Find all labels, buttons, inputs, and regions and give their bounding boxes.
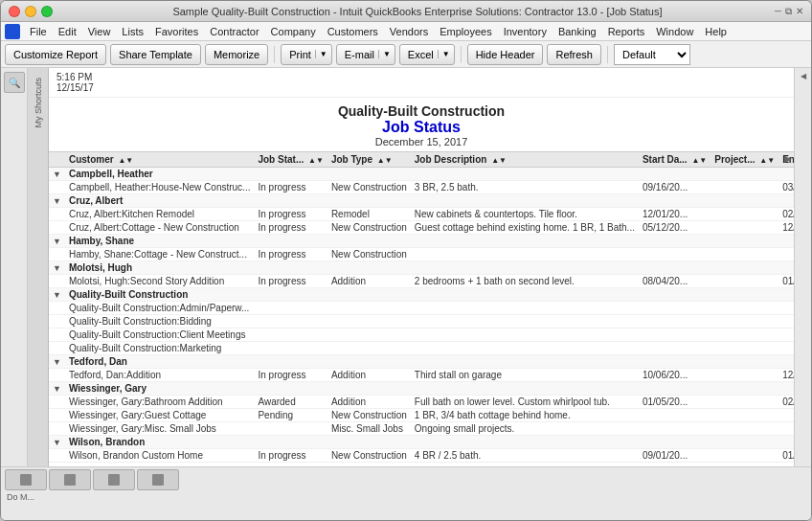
row-status bbox=[254, 342, 327, 355]
bottom-icon-1[interactable] bbox=[5, 469, 47, 490]
minimize-button[interactable] bbox=[25, 6, 36, 17]
table-row[interactable]: Quality-Built Construction:Admin/Paperw.… bbox=[49, 302, 794, 315]
hide-header-button[interactable]: Hide Header bbox=[467, 44, 544, 65]
th-job-description[interactable]: Job Description ▲▼ bbox=[411, 152, 639, 168]
print-button[interactable]: Print ▼ bbox=[281, 44, 332, 65]
svg-rect-0 bbox=[20, 474, 32, 486]
table-row[interactable]: Cruz, Albert:Cottage - New Construction … bbox=[49, 221, 794, 235]
bottom-icon-4[interactable] bbox=[137, 469, 179, 490]
right-scroll-arrow[interactable]: ▶ bbox=[784, 153, 792, 164]
close-button[interactable] bbox=[9, 6, 20, 17]
row-collapse-empty bbox=[49, 369, 65, 382]
memorize-button[interactable]: Memorize bbox=[205, 44, 268, 65]
row-description bbox=[411, 342, 639, 355]
table-row[interactable]: ▼ Wilson, Brandon bbox=[49, 436, 794, 449]
menu-banking[interactable]: Banking bbox=[553, 24, 602, 39]
row-start-date bbox=[639, 422, 710, 436]
default-select[interactable]: Default bbox=[614, 44, 690, 65]
table-row[interactable]: ▼ Campbell, Heather bbox=[49, 168, 794, 181]
bottom-toolbar: Do M... bbox=[5, 469, 179, 502]
menu-lists[interactable]: Lists bbox=[116, 24, 149, 39]
row-project bbox=[710, 315, 778, 328]
table-row[interactable]: Campbell, Heather:House-New Construc... … bbox=[49, 181, 794, 194]
group-header-label: Hamby, Shane bbox=[65, 235, 794, 248]
sort-project-icon: ▲▼ bbox=[759, 156, 775, 165]
menu-contractor[interactable]: Contractor bbox=[204, 24, 264, 39]
customize-report-button[interactable]: Customize Report bbox=[5, 44, 106, 65]
refresh-button[interactable]: Refresh bbox=[547, 44, 601, 65]
menu-favorites[interactable]: Favorites bbox=[149, 24, 204, 39]
row-collapse[interactable]: ▼ bbox=[49, 436, 65, 449]
menu-edit[interactable]: Edit bbox=[53, 24, 82, 39]
minimize-icon[interactable]: ─ bbox=[775, 6, 781, 17]
row-collapse[interactable]: ▼ bbox=[49, 382, 65, 396]
row-collapse[interactable]: ▼ bbox=[49, 355, 65, 369]
menu-view[interactable]: View bbox=[82, 24, 117, 39]
table-row[interactable]: ▼ Cruz, Albert bbox=[49, 194, 794, 208]
row-end-date bbox=[778, 422, 794, 436]
th-collapse bbox=[49, 152, 65, 168]
row-status: In progress bbox=[254, 449, 327, 463]
th-start-date[interactable]: Start Da... ▲▼ bbox=[639, 152, 710, 168]
close-icon[interactable]: ✕ bbox=[796, 6, 803, 17]
row-start-date: 09/01/20... bbox=[639, 449, 710, 463]
table-row[interactable]: Wiessinger, Gary:Guest Cottage Pending N… bbox=[49, 409, 794, 422]
th-job-type[interactable]: Job Type ▲▼ bbox=[327, 152, 411, 168]
table-row[interactable]: Hamby, Shane:Cottage - New Construct... … bbox=[49, 248, 794, 261]
share-template-button[interactable]: Share Template bbox=[110, 44, 201, 65]
table-row[interactable]: ▼ Quality-Built Construction bbox=[49, 288, 794, 302]
table-row[interactable]: Tedford, Dan:Addition In progress Additi… bbox=[49, 369, 794, 382]
left-sidebar: 🔍 bbox=[1, 68, 28, 466]
table-row[interactable]: Wiessinger, Gary:Bathroom Addition Award… bbox=[49, 396, 794, 409]
table-row[interactable]: Quality-Built Construction:Marketing bbox=[49, 342, 794, 355]
table-row[interactable]: ▼ Wiessinger, Gary bbox=[49, 382, 794, 396]
row-customer: Cruz, Albert:Cottage - New Construction bbox=[65, 221, 255, 235]
row-collapse[interactable]: ▼ bbox=[49, 288, 65, 302]
row-job-type: New Construction bbox=[327, 181, 411, 194]
row-collapse[interactable]: ▼ bbox=[49, 194, 65, 208]
row-collapse[interactable]: ▼ bbox=[49, 261, 65, 275]
restore-icon[interactable]: ⧉ bbox=[785, 6, 792, 17]
search-icon[interactable]: 🔍 bbox=[4, 72, 25, 93]
bottom-icon-3[interactable] bbox=[93, 469, 135, 490]
table-row[interactable]: Cruz, Albert:Kitchen Remodel In progress… bbox=[49, 208, 794, 221]
table-row[interactable]: Wilson, Brandon Custom Home In progress … bbox=[49, 449, 794, 463]
menu-window[interactable]: Window bbox=[650, 24, 699, 39]
row-start-date bbox=[639, 315, 710, 328]
menu-vendors[interactable]: Vendors bbox=[384, 24, 434, 39]
row-collapse[interactable]: ▼ bbox=[49, 235, 65, 248]
th-customer[interactable]: Customer ▲▼ bbox=[65, 152, 255, 168]
row-description: 4 BR / 2.5 bath. bbox=[411, 449, 639, 463]
window-title: Sample Quality-Built Construction - Intu… bbox=[60, 6, 775, 17]
row-collapse[interactable]: ▼ bbox=[49, 168, 65, 181]
row-job-type bbox=[327, 302, 411, 315]
maximize-button[interactable] bbox=[41, 6, 53, 17]
row-job-type: Addition bbox=[327, 396, 411, 409]
menu-help[interactable]: Help bbox=[699, 24, 733, 39]
menu-inventory[interactable]: Inventory bbox=[498, 24, 553, 39]
row-collapse-empty bbox=[49, 221, 65, 235]
excel-button[interactable]: Excel ▼ bbox=[399, 44, 455, 65]
row-job-type bbox=[327, 342, 411, 355]
table-row[interactable]: Quality-Built Construction:Bidding bbox=[49, 315, 794, 328]
menu-reports[interactable]: Reports bbox=[602, 24, 651, 39]
th-project[interactable]: Project... ▲▼ bbox=[710, 152, 778, 168]
table-row[interactable]: Molotsi, Hugh:Second Story Addition In p… bbox=[49, 275, 794, 288]
sort-customer-icon: ▲▼ bbox=[118, 156, 133, 165]
bottom-icon-2[interactable] bbox=[49, 469, 91, 490]
row-job-type: Addition bbox=[327, 369, 411, 382]
table-row[interactable]: ▼ Hamby, Shane bbox=[49, 235, 794, 248]
menu-customers[interactable]: Customers bbox=[322, 24, 384, 39]
table-row[interactable]: ▼ Tedford, Dan bbox=[49, 355, 794, 369]
th-job-status[interactable]: Job Stat... ▲▼ bbox=[254, 152, 327, 168]
row-start-date: 12/01/20... bbox=[639, 208, 710, 221]
email-button[interactable]: E-mail ▼ bbox=[336, 44, 395, 65]
table-row[interactable]: ▼ Molotsi, Hugh bbox=[49, 261, 794, 275]
table-row[interactable]: Quality-Built Construction:Client Meetin… bbox=[49, 328, 794, 342]
menu-file[interactable]: File bbox=[24, 24, 53, 39]
right-scroll-icon[interactable]: ◀ bbox=[801, 72, 806, 80]
row-status bbox=[254, 422, 327, 436]
table-row[interactable]: Wiessinger, Gary:Misc. Small Jobs Misc. … bbox=[49, 422, 794, 436]
menu-company[interactable]: Company bbox=[265, 24, 322, 39]
menu-employees[interactable]: Employees bbox=[434, 24, 497, 39]
